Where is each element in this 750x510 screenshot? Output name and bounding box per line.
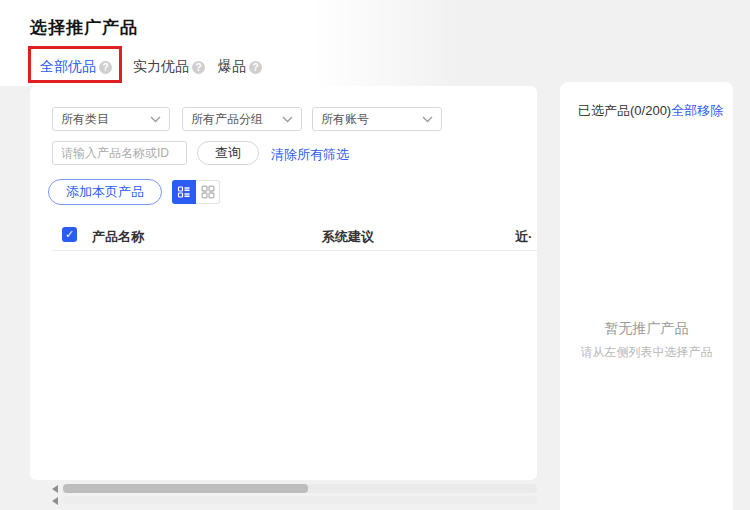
grid-view-toggle[interactable] <box>196 180 220 204</box>
product-list-panel: 所有类目 所有产品分组 所有账号 查询 清除所有筛选 添加本页产品 <box>30 86 537 480</box>
selected-products-label: 已选产品 <box>578 103 630 118</box>
horizontal-scrollbar-thumb[interactable] <box>63 484 308 493</box>
page-title: 选择推广产品 <box>30 16 138 39</box>
category-select[interactable]: 所有类目 <box>52 107 170 131</box>
grid-view-icon <box>201 185 215 199</box>
table-header-row: ✓ 产品名称 系统建议 近· <box>30 226 537 246</box>
help-icon[interactable]: ? <box>99 61 112 74</box>
table-header-divider <box>52 250 537 251</box>
query-button[interactable]: 查询 <box>197 141 259 165</box>
tab-label: 实力优品 <box>133 58 189 76</box>
account-select-value: 所有账号 <box>321 111 418 128</box>
account-select[interactable]: 所有账号 <box>312 107 442 131</box>
tab-label: 爆品 <box>218 58 246 76</box>
list-view-icon <box>177 185 191 199</box>
column-header-product-name: 产品名称 <box>92 228 144 246</box>
tab-hot-products[interactable]: 爆品 ? <box>218 58 262 76</box>
empty-state-title: 暂无推广产品 <box>560 320 733 338</box>
list-view-toggle[interactable] <box>172 180 196 204</box>
help-icon[interactable]: ? <box>192 61 205 74</box>
empty-state-hint: 请从左侧列表中选择产品 <box>560 344 733 361</box>
chevron-down-icon <box>150 116 161 123</box>
column-header-system-suggestion: 系统建议 <box>322 228 374 246</box>
scroll-left-arrow-icon[interactable] <box>52 497 58 505</box>
select-all-checkbox[interactable]: ✓ <box>62 227 77 242</box>
help-icon[interactable]: ? <box>249 61 262 74</box>
horizontal-scrollbar-track[interactable] <box>63 496 537 504</box>
tab-label: 全部优品 <box>40 58 96 76</box>
tab-all-quality-products[interactable]: 全部优品 ? <box>40 58 112 76</box>
column-header-recent: 近· <box>515 228 532 246</box>
selected-products-count: (0/200) <box>630 103 671 118</box>
product-group-select-value: 所有产品分组 <box>191 111 278 128</box>
selected-products-header: 已选产品(0/200)全部移除 <box>578 102 723 120</box>
product-group-select[interactable]: 所有产品分组 <box>182 107 302 131</box>
product-search-input[interactable] <box>52 141 187 165</box>
category-select-value: 所有类目 <box>61 111 146 128</box>
selected-products-panel: 已选产品(0/200)全部移除 暂无推广产品 请从左侧列表中选择产品 <box>560 82 733 510</box>
remove-all-link[interactable]: 全部移除 <box>671 103 723 118</box>
clear-all-filters-link[interactable]: 清除所有筛选 <box>271 146 349 164</box>
scroll-left-arrow-icon[interactable] <box>52 485 58 493</box>
tab-strength-quality-products[interactable]: 实力优品 ? <box>133 58 205 76</box>
view-toggle <box>172 180 220 204</box>
add-page-products-button[interactable]: 添加本页产品 <box>48 179 162 205</box>
chevron-down-icon <box>422 116 433 123</box>
checkmark-icon: ✓ <box>65 228 74 240</box>
chevron-down-icon <box>282 116 293 123</box>
